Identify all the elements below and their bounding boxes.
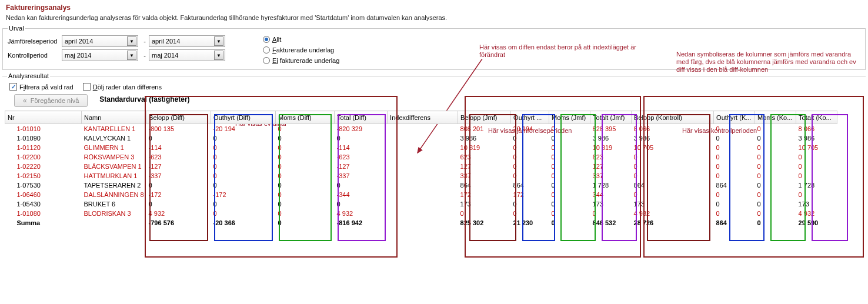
col-belopp-jmf[interactable]: Belopp (Jmf) bbox=[458, 111, 511, 124]
page-title: Faktureringsanalys bbox=[6, 4, 862, 12]
cell-tk: 0 bbox=[796, 190, 837, 199]
cell-td: -114 bbox=[335, 143, 388, 152]
cell-bj: 10 819 bbox=[458, 143, 511, 152]
col-nr[interactable]: Nr bbox=[5, 111, 82, 124]
urval-fieldset: Urval Jämförelseperiod april 2014 ▼ - ap… bbox=[2, 25, 866, 70]
table-row[interactable]: 1-01090KALVLYCKAN 100003 986003 9863 986… bbox=[5, 133, 837, 143]
cell-oj: 0 bbox=[511, 152, 549, 162]
cell-mj: 0 bbox=[549, 209, 590, 218]
cell-bj: 623 bbox=[458, 152, 511, 162]
cell-bj: 864 bbox=[458, 181, 511, 190]
cell-ok: 0 bbox=[714, 199, 755, 209]
cell-mk: 0 bbox=[755, 162, 796, 171]
cell-td: 0 bbox=[335, 133, 388, 143]
kontroll-from-combo[interactable]: maj 2014 ▼ bbox=[62, 49, 138, 61]
summa-nr: Summa bbox=[5, 218, 82, 228]
result-table[interactable]: Nr Namn Belopp (Diff) Outhyrt (Diff) Mom… bbox=[5, 111, 837, 228]
cell-oj: 0 bbox=[511, 209, 549, 218]
table-row[interactable]: 1-07530TAPETSERAREN 2000086486401 728864… bbox=[5, 181, 837, 190]
cell-oj: 20 194 bbox=[511, 124, 549, 133]
chevron-down-icon[interactable]: ▼ bbox=[214, 36, 223, 46]
summa-md: 0 bbox=[276, 218, 335, 228]
cell-od: -172 bbox=[211, 190, 276, 199]
chevron-down-icon[interactable]: ▼ bbox=[127, 36, 136, 46]
cell-bd: -800 135 bbox=[146, 124, 211, 133]
cell-bk: 4 932 bbox=[632, 209, 714, 218]
col-namn[interactable]: Namn bbox=[82, 111, 146, 124]
cell-namn: BLÄCKSVAMPEN 1 bbox=[82, 162, 146, 171]
table-row[interactable]: 1-05430BRUKET 600001730017317300173 bbox=[5, 199, 837, 209]
col-totalt-jmf[interactable]: Totalt (Jmf) bbox=[590, 111, 632, 124]
chevron-down-icon[interactable]: ▼ bbox=[214, 51, 223, 60]
jmf-to-value: april 2014 bbox=[152, 38, 180, 45]
cell-md: 0 bbox=[276, 133, 335, 143]
summa-tj: 846 532 bbox=[590, 218, 632, 228]
cell-mj: 0 bbox=[549, 162, 590, 171]
col-outhyrt-jmf[interactable]: Outhyrt ... bbox=[511, 111, 549, 124]
cell-mk: 0 bbox=[755, 143, 796, 152]
kontroll-to-combo[interactable]: maj 2014 ▼ bbox=[149, 49, 225, 61]
analys-fieldset: Analysresultat Filtrera på vald rad Dölj… bbox=[2, 72, 866, 107]
cell-id bbox=[388, 181, 458, 190]
jmf-from-combo[interactable]: april 2014 ▼ bbox=[62, 35, 138, 47]
col-moms-jmf[interactable]: Moms (Jmf) bbox=[549, 111, 590, 124]
cell-bj: 172 bbox=[458, 190, 511, 199]
col-indexdiff[interactable]: Indexdifferens bbox=[388, 111, 458, 124]
table-row[interactable]: 1-02200RÖKSVAMPEN 3-62300-62362300623000… bbox=[5, 152, 837, 162]
cell-nr: 1-01010 bbox=[5, 124, 82, 133]
summa-bd: -796 576 bbox=[146, 218, 211, 228]
cell-md: 0 bbox=[276, 171, 335, 181]
table-row[interactable]: 1-01120GLIMMERN 1-11400-11410 8190010 81… bbox=[5, 143, 837, 152]
table-row[interactable]: 1-06460DALSLÄNNINGEN 8-172-1720-34417217… bbox=[5, 190, 837, 199]
cell-namn: KANTARELLEN 1 bbox=[82, 124, 146, 133]
cell-tj: 127 bbox=[590, 162, 632, 171]
cell-tk: 0 bbox=[796, 162, 837, 171]
filter-checkbox[interactable] bbox=[9, 83, 17, 91]
table-row[interactable]: 1-02220BLÄCKSVAMPEN 1-12700-127127001270… bbox=[5, 162, 837, 171]
hide-checkbox[interactable] bbox=[83, 83, 91, 91]
cell-md: 0 bbox=[276, 152, 335, 162]
cell-id bbox=[388, 143, 458, 152]
cell-id bbox=[388, 152, 458, 162]
summa-mj: 0 bbox=[549, 218, 590, 228]
chevron-down-icon[interactable]: ▼ bbox=[127, 51, 136, 60]
col-outhyrt-diff[interactable]: Outhyrt (Diff) bbox=[211, 111, 276, 124]
summa-id bbox=[388, 218, 458, 228]
cell-bk: 173 bbox=[632, 199, 714, 209]
cell-bk: 8 066 bbox=[632, 124, 714, 133]
col-moms-diff[interactable]: Moms (Diff) bbox=[276, 111, 335, 124]
cell-namn: BRUKET 6 bbox=[82, 199, 146, 209]
cell-od: 0 bbox=[211, 133, 276, 143]
cell-ok: 0 bbox=[714, 143, 755, 152]
table-row[interactable]: 1-01080BLODRISKAN 34 932004 93200004 932… bbox=[5, 209, 837, 218]
cell-mj: 0 bbox=[549, 199, 590, 209]
col-belopp-diff[interactable]: Belopp (Diff) bbox=[146, 111, 211, 124]
cell-tk: 10 705 bbox=[796, 143, 837, 152]
jmf-to-combo[interactable]: april 2014 ▼ bbox=[149, 35, 225, 47]
cell-mj: 0 bbox=[549, 171, 590, 181]
prev-level-button[interactable]: « Föregående nivå bbox=[14, 94, 88, 107]
cell-od: -20 194 bbox=[211, 124, 276, 133]
cell-namn: TAPETSERAREN 2 bbox=[82, 181, 146, 190]
cell-id bbox=[388, 209, 458, 218]
col-total-diff[interactable]: Total (Diff) bbox=[335, 111, 388, 124]
cell-nr: 1-01120 bbox=[5, 143, 82, 152]
col-outhyrt-kontroll[interactable]: Outhyrt (K... bbox=[714, 111, 755, 124]
radio-all[interactable] bbox=[263, 36, 270, 43]
summa-bk: 28 726 bbox=[632, 218, 714, 228]
col-totalt-kontroll[interactable]: Totalt (Ko... bbox=[796, 111, 837, 124]
radio-ej-fakturerade[interactable] bbox=[263, 57, 270, 64]
summa-od: -20 366 bbox=[211, 218, 276, 228]
cell-nr: 1-07530 bbox=[5, 181, 82, 190]
col-belopp-kontroll[interactable]: Belopp (Kontroll) bbox=[632, 111, 714, 124]
cell-od: 0 bbox=[211, 152, 276, 162]
radio-fakturerade[interactable] bbox=[263, 46, 270, 54]
col-moms-kontroll[interactable]: Moms (Ko... bbox=[755, 111, 796, 124]
cell-bd: 0 bbox=[146, 181, 211, 190]
table-row[interactable]: 1-01010KANTARELLEN 1-800 135-20 1940-820… bbox=[5, 124, 837, 133]
cell-tj: 623 bbox=[590, 152, 632, 162]
cell-namn: HATTMURKLAN 1 bbox=[82, 171, 146, 181]
cell-mk: 0 bbox=[755, 171, 796, 181]
table-row[interactable]: 1-02150HATTMURKLAN 1-33700-3373370033700… bbox=[5, 171, 837, 181]
radio-ej-label: Ej fakturerade underlag bbox=[272, 57, 339, 64]
